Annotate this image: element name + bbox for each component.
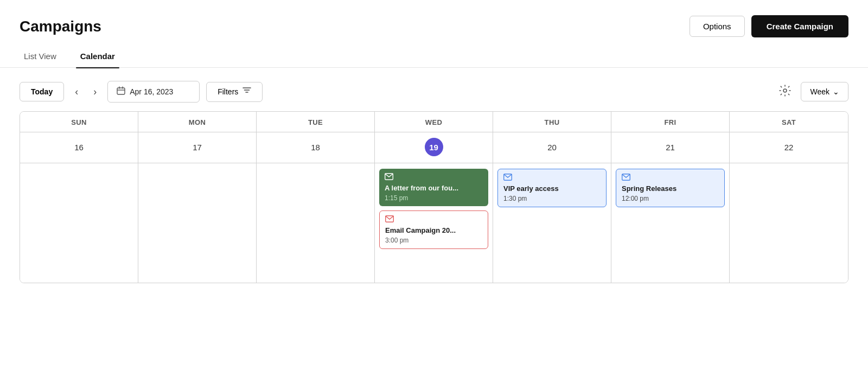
event-time-thu-1: 1:30 pm xyxy=(503,195,601,202)
event-card-wed-2[interactable]: Email Campaign 20... 3:00 pm xyxy=(379,210,488,249)
date-num-sun: 16 xyxy=(74,143,84,152)
date-cell-fri[interactable]: 21 xyxy=(611,132,730,163)
date-cell-sat[interactable]: 22 xyxy=(730,132,848,163)
filters-button[interactable]: Filters xyxy=(206,82,263,102)
tab-calendar[interactable]: Calendar xyxy=(76,46,119,67)
prev-nav-button[interactable]: ‹ xyxy=(71,83,82,101)
events-wed: A letter from our fou... 1:15 pm Email C… xyxy=(375,163,493,283)
date-num-mon: 17 xyxy=(193,143,202,152)
day-header-sat: SAT xyxy=(730,112,848,132)
date-num-wed-today: 19 xyxy=(425,138,443,156)
date-cell-sun[interactable]: 16 xyxy=(20,132,138,163)
date-cell-mon[interactable]: 17 xyxy=(138,132,257,163)
mail-icon-blue-thu xyxy=(503,174,512,181)
calendar-grid: SUN MON TUE WED THU FRI SAT 16 17 18 19 … xyxy=(20,111,848,283)
calendar-dates-row: 16 17 18 19 20 21 22 xyxy=(20,132,848,163)
day-header-tue: TUE xyxy=(257,112,375,132)
day-header-mon: MON xyxy=(138,112,257,132)
mail-icon xyxy=(385,173,393,180)
date-num-sat: 22 xyxy=(784,143,794,152)
day-header-fri: FRI xyxy=(611,112,730,132)
event-title-wed-1: A letter from our fou... xyxy=(385,184,483,193)
event-card-wed-1[interactable]: A letter from our fou... 1:15 pm xyxy=(379,169,488,206)
page-header: Campaigns Options Create Campaign xyxy=(0,0,868,46)
chevron-down-icon: ⌄ xyxy=(833,87,839,96)
events-tue xyxy=(257,163,375,283)
tab-list-view[interactable]: List View xyxy=(20,46,61,67)
day-header-thu: THU xyxy=(493,112,611,132)
mail-icon-red xyxy=(385,215,394,222)
events-sat xyxy=(730,163,848,283)
chevron-right-icon: › xyxy=(93,86,97,97)
options-button[interactable]: Options xyxy=(690,16,745,37)
page-title: Campaigns xyxy=(20,18,101,35)
header-actions: Options Create Campaign xyxy=(690,15,848,37)
date-num-tue: 18 xyxy=(311,143,320,152)
week-label: Week xyxy=(810,87,829,96)
filter-icon xyxy=(242,87,251,97)
week-selector-button[interactable]: Week ⌄ xyxy=(801,82,848,101)
tabs-bar: List View Calendar xyxy=(0,46,868,68)
event-title-fri-1: Spring Releases xyxy=(622,184,719,194)
chevron-left-icon: ‹ xyxy=(75,86,78,97)
event-card-fri-1[interactable]: Spring Releases 12:00 pm xyxy=(616,169,725,207)
date-cell-wed[interactable]: 19 xyxy=(375,132,493,163)
svg-rect-0 xyxy=(117,88,125,94)
calendar-controls: Today ‹ › Apr 16, 2023 Filters xyxy=(0,68,868,111)
date-cell-thu[interactable]: 20 xyxy=(493,132,611,163)
event-time-wed-2: 3:00 pm xyxy=(385,237,482,244)
calendar-events-row: A letter from our fou... 1:15 pm Email C… xyxy=(20,163,848,283)
gear-icon xyxy=(779,87,791,99)
selected-date: Apr 16, 2023 xyxy=(130,87,173,96)
calendar-header-row: SUN MON TUE WED THU FRI SAT xyxy=(20,112,848,132)
event-time-fri-1: 12:00 pm xyxy=(622,195,719,202)
mail-icon-blue-fri xyxy=(622,174,630,181)
today-button[interactable]: Today xyxy=(20,82,64,101)
svg-point-1 xyxy=(783,89,787,92)
date-picker[interactable]: Apr 16, 2023 xyxy=(107,81,200,103)
event-title-wed-2: Email Campaign 20... xyxy=(385,226,482,235)
calendar-wrap: SUN MON TUE WED THU FRI SAT 16 17 18 19 … xyxy=(0,111,868,283)
settings-button[interactable] xyxy=(776,81,794,103)
filters-label: Filters xyxy=(218,87,238,96)
event-card-thu-1[interactable]: VIP early access 1:30 pm xyxy=(497,169,607,207)
events-thu: VIP early access 1:30 pm xyxy=(493,163,611,283)
date-num-fri: 21 xyxy=(666,143,675,152)
events-sun xyxy=(20,163,138,283)
day-header-wed: WED xyxy=(375,112,493,132)
events-mon xyxy=(138,163,257,283)
next-nav-button[interactable]: › xyxy=(89,83,101,101)
calendar-icon xyxy=(117,86,125,97)
event-time-wed-1: 1:15 pm xyxy=(385,194,483,202)
event-title-thu-1: VIP early access xyxy=(503,184,601,194)
date-cell-tue[interactable]: 18 xyxy=(257,132,375,163)
day-header-sun: SUN xyxy=(20,112,138,132)
date-num-thu: 20 xyxy=(547,143,557,152)
create-campaign-button[interactable]: Create Campaign xyxy=(751,15,848,37)
events-fri: Spring Releases 12:00 pm xyxy=(611,163,730,283)
